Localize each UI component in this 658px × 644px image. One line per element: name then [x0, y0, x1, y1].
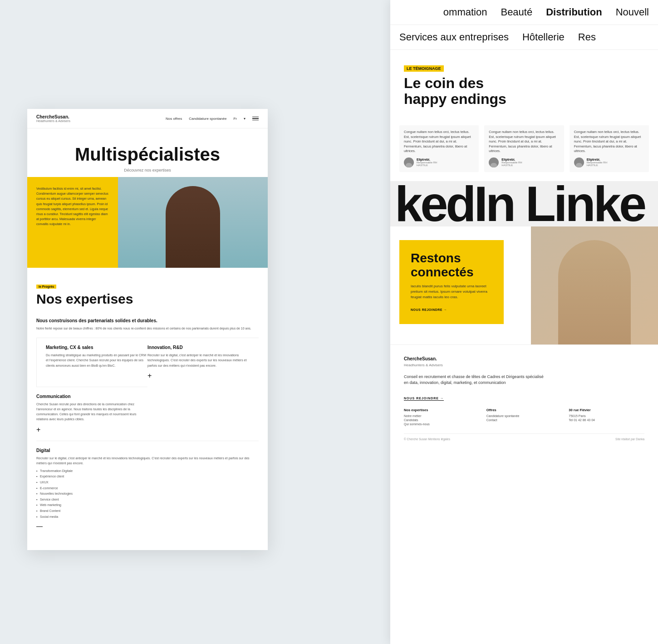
digital-bullet: Brand Content [36, 508, 259, 514]
footer-link[interactable]: Candidats [404, 418, 480, 422]
digital-bullet: Transformation Digitale [36, 468, 259, 474]
testimonial-author: Eliptrebi. Responsable RH HASTILE [489, 157, 559, 167]
footer-link[interactable]: Notre métier [404, 414, 480, 418]
digital-collapse[interactable]: — [36, 522, 259, 530]
partenariats-block: Nous construisons des partenariats solid… [36, 318, 259, 338]
hamburger-menu[interactable] [252, 117, 259, 121]
footer-col-3-title: 30 rue Flévier [569, 408, 644, 412]
testimonial-text: Congue nullam non tellus orci, lectus te… [489, 130, 559, 154]
nav-nos-offres[interactable]: Nos offres [166, 117, 182, 121]
testimonial-text: Congue nullam non tellus orci, lectus te… [574, 130, 644, 154]
hero-section: Multispécialistes Découvrez nos expertis… [27, 128, 268, 172]
footer-nav-col-2: Offres Candidature spontanée Contact [486, 408, 562, 427]
hero-photo [118, 177, 268, 268]
linkedin-text: kedIn Linke [395, 181, 644, 226]
site-logo: ChercheSusan. Headhunters & Advisers [36, 114, 70, 123]
nav-item-beaute[interactable]: Beauté [501, 6, 532, 18]
digital-bullet: Expérience client [36, 474, 259, 480]
footer-col-2-title: Offres [486, 408, 562, 412]
author-name: Eliptrebi. [501, 158, 522, 161]
innovation-expand[interactable]: + [147, 372, 250, 380]
testimonial-text: Congue nullam non tellus orci, lectus te… [404, 130, 474, 154]
avatar [404, 157, 414, 167]
footer-section: ChercheSusan. Headhunters & Advisers Con… [390, 344, 658, 452]
digital-bullets: Transformation Digitale Expérience clien… [36, 468, 259, 520]
expertise-grid: Nous construisons des partenariats solid… [36, 318, 259, 536]
footer-nous-rejoindre[interactable]: NOUS REJOINDRE → [404, 397, 444, 401]
site-nav: Nos offres Candidature spontanée Fr ▾ [166, 117, 259, 121]
expertises-section: le Progrès Nos expertises Nous construis… [27, 268, 268, 550]
site-header: ChercheSusan. Headhunters & Advisers Nos… [27, 109, 268, 128]
avatar [574, 157, 584, 167]
hero-title: Multispécialistes [36, 144, 259, 164]
chevron-down-icon: ▾ [244, 117, 246, 121]
footer-logo: ChercheSusan. [404, 356, 644, 361]
digital-title: Digital [36, 448, 259, 453]
expertise-tag: le Progrès [36, 285, 56, 289]
restons-box: Restons connectés Iaculis blandit purus … [399, 240, 504, 324]
digital-bullet: UI/UX [36, 480, 259, 486]
footer-tagline: Headhunters & Advisers [404, 363, 644, 367]
restons-title: Restons connectés [411, 251, 492, 280]
nav-item-hotellerie[interactable]: Hôtellerie [522, 31, 565, 43]
expertise-marketing: Marketing, CX & sales Du marketing strat… [36, 338, 147, 387]
nav-strip-2: Services aux entreprises Hôtellerie Res [390, 25, 658, 50]
restons-section: Restons connectés Iaculis blandit purus … [390, 226, 658, 344]
restons-photo [531, 226, 658, 344]
expertise-innovation: Innovation, R&D Recruter sur le digital,… [147, 338, 259, 387]
author-company: HASTILE [587, 164, 607, 167]
digital-bullet: Service client [36, 497, 259, 503]
happy-title: Le coin des happy endings [404, 75, 644, 107]
digital-bullet: Web marketing [36, 502, 259, 508]
author-company: HASTILE [501, 164, 522, 167]
footer-copyright: © Cherche Susan Mentions légales [404, 438, 450, 441]
footer-nav-col-1: Nos expertises Notre métier Candidats Qu… [404, 408, 480, 427]
footer-link[interactable]: Contact [486, 418, 562, 422]
hero-subtitle: Découvrez nos expertises [36, 168, 259, 172]
nav-strip-1: ommation Beauté Distribution Nouvell [390, 0, 658, 25]
footer-credit: Site réalisé par Danka [615, 438, 644, 441]
digital-bullet: Nouvelles technologies [36, 491, 259, 497]
footer-bottom: © Cherche Susan Mentions légales Site ré… [404, 433, 644, 441]
restons-link[interactable]: NOUS REJOINDRE → [411, 308, 447, 311]
footer-link: 75015 Paris [569, 414, 644, 418]
restons-text: Iaculis blandit purus felis vulputate ur… [411, 284, 492, 300]
nav-lang[interactable]: Fr [233, 117, 237, 121]
nav-item-consommation[interactable]: ommation [443, 6, 487, 18]
author-info: Eliptrebi. Responsable RH HASTILE [501, 158, 522, 167]
hero-body-text: Vestibulum facilisis id enim mi, sit ame… [36, 186, 109, 227]
communication-text: Cherche Susan recrute pour des direction… [36, 402, 147, 422]
nav-item-res[interactable]: Res [578, 31, 596, 43]
testimonial-card: Congue nullam non tellus orci, lectus te… [570, 125, 649, 172]
nav-item-distribution[interactable]: Distribution [546, 6, 602, 18]
footer-link[interactable]: Qui sommes-nous [404, 423, 480, 426]
testimonial-author: Eliptrebi. Responsable RH HASTILE [404, 157, 474, 167]
marketing-title: Marketing, CX & sales [46, 345, 147, 350]
digital-intro: Recruter sur le digital, c'est anticiper… [36, 456, 259, 466]
testimonial-card: Congue nullam non tellus orci, lectus te… [484, 125, 564, 172]
hero-image-area: Vestibulum facilisis id enim mi, sit ame… [27, 177, 268, 268]
nav-item-services[interactable]: Services aux entreprises [399, 31, 509, 43]
author-name: Eliptrebi. [587, 158, 607, 161]
partenariats-text: Notre fierté repose sur de beaux chiffre… [36, 326, 259, 331]
innovation-title: Innovation, R&D [147, 345, 250, 350]
author-name: Eliptrebi. [417, 158, 437, 161]
author-info: Eliptrebi. Responsable RH HASTILE [417, 158, 437, 167]
testimonial-author: Eliptrebi. Responsable RH HASTILE [574, 157, 644, 167]
footer-description: Conseil en recrutement et chasse de tête… [404, 374, 549, 386]
innovation-text: Recruter sur le digital, c'est anticiper… [147, 353, 250, 368]
nav-candidature[interactable]: Candidature spontanée [189, 117, 226, 121]
marketing-text: Du marketing stratégique au marketing pr… [46, 353, 147, 368]
communication-expand[interactable]: + [36, 426, 147, 434]
expertise-communication: Communication Cherche Susan recrute pour… [36, 387, 147, 441]
digital-bullet: E-commerce [36, 486, 259, 492]
digital-bullet: Social media [36, 514, 259, 520]
footer-link: Tel 01 42 86 43 04 [569, 418, 644, 422]
testimonial-card: Congue nullam non tellus orci, lectus te… [399, 125, 479, 172]
nav-item-nouvell[interactable]: Nouvell [616, 6, 649, 18]
left-panel: ChercheSusan. Headhunters & Advisers Nos… [27, 109, 268, 550]
footer-link[interactable]: Candidature spontanée [486, 414, 562, 418]
author-info: Eliptrebi. Responsable RH HASTILE [587, 158, 607, 167]
linkedin-banner: kedIn Linke [390, 181, 658, 226]
partenariats-title: Nous construisons des partenariats solid… [36, 318, 259, 323]
